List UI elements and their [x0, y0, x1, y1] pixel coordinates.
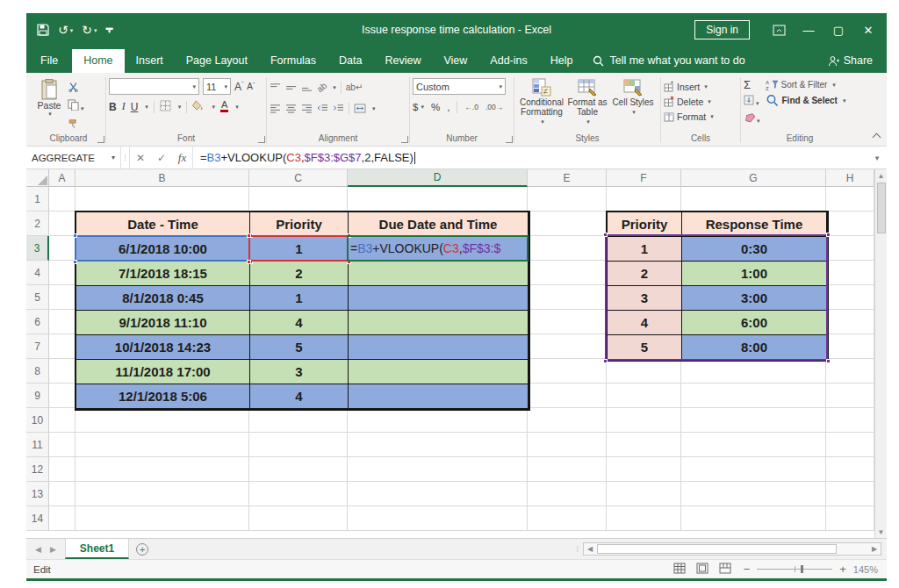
tab-review[interactable]: Review: [373, 49, 432, 73]
due-date-cell[interactable]: [349, 384, 529, 409]
cell-C13[interactable]: [249, 482, 348, 506]
insert-cells-button[interactable]: Insert▾: [664, 79, 737, 94]
cell-D10[interactable]: [348, 408, 528, 433]
cell-F11[interactable]: [607, 433, 681, 457]
sheet-nav-prev-icon[interactable]: ◀: [35, 545, 41, 554]
number-dialog-launcher[interactable]: [506, 136, 513, 143]
align-center-icon[interactable]: [285, 101, 297, 117]
cell-A14[interactable]: [49, 506, 76, 531]
redo-button[interactable]: ↻▾: [82, 24, 97, 36]
tab-page-layout[interactable]: Page Layout: [175, 49, 259, 73]
cell-C14[interactable]: [249, 506, 348, 531]
collapse-ribbon-icon[interactable]: [873, 133, 881, 142]
selection-handle[interactable]: [73, 260, 77, 264]
priority-cell[interactable]: 5: [250, 335, 349, 360]
wrap-text-icon[interactable]: ab↵: [346, 82, 363, 92]
zoom-level[interactable]: 145%: [853, 564, 878, 575]
cell-A11[interactable]: [49, 433, 76, 457]
cell-A1[interactable]: [49, 187, 76, 212]
row-header-8[interactable]: 8: [26, 359, 49, 384]
cell-B14[interactable]: [76, 506, 249, 531]
merge-center-icon[interactable]: [354, 101, 366, 117]
percent-format-button[interactable]: %: [431, 102, 440, 112]
currency-format-button[interactable]: $: [413, 102, 418, 112]
priority-cell[interactable]: 4: [250, 384, 349, 409]
scroll-down-icon[interactable]: ▼: [878, 526, 885, 538]
new-sheet-button[interactable]: +: [129, 539, 155, 559]
row-header-10[interactable]: 10: [26, 408, 49, 433]
scroll-up-icon[interactable]: ▲: [878, 169, 885, 182]
cell-H8[interactable]: [826, 359, 874, 384]
font-size-select[interactable]: 11▾: [203, 78, 231, 95]
cell-F9[interactable]: [607, 384, 681, 408]
orientation-icon[interactable]: ab: [315, 81, 329, 95]
clipboard-dialog-launcher[interactable]: [97, 136, 104, 143]
selection-handle[interactable]: [603, 233, 608, 237]
cell-H9[interactable]: [826, 384, 874, 408]
cancel-entry-icon[interactable]: ✕: [130, 147, 151, 169]
cell-F13[interactable]: [607, 482, 681, 506]
cell-A7[interactable]: [49, 334, 76, 359]
cell-H6[interactable]: [826, 310, 874, 334]
cell-H1[interactable]: [826, 187, 874, 212]
tab-help[interactable]: Help: [539, 49, 585, 73]
formula-bar-handle[interactable]: ⁞: [121, 147, 130, 169]
cut-icon[interactable]: [68, 80, 84, 96]
due-date-cell[interactable]: [349, 360, 529, 384]
row-header-2[interactable]: 2: [26, 212, 49, 236]
cell-E6[interactable]: [528, 310, 607, 334]
cell-F12[interactable]: [607, 457, 681, 482]
column-header-E[interactable]: E: [528, 169, 607, 187]
align-left-icon[interactable]: [270, 101, 281, 117]
shrink-font-icon[interactable]: Aˇ: [247, 82, 255, 91]
cell-C11[interactable]: [249, 433, 348, 457]
cell-F14[interactable]: [607, 506, 681, 531]
date-time-cell[interactable]: 12/1/2018 5:06: [76, 384, 250, 409]
cell-G1[interactable]: [681, 187, 826, 212]
selection-handle[interactable]: [826, 233, 831, 237]
tab-file[interactable]: File: [26, 49, 72, 73]
column-header-G[interactable]: G: [681, 169, 826, 187]
tab-view[interactable]: View: [432, 49, 478, 73]
fill-color-icon[interactable]: [192, 99, 205, 115]
row-header-6[interactable]: 6: [26, 310, 49, 334]
confirm-entry-icon[interactable]: ✓: [151, 147, 172, 169]
row-header-3[interactable]: 3: [26, 236, 49, 261]
cell-G8[interactable]: [681, 359, 826, 384]
grow-font-icon[interactable]: Aˆ: [234, 81, 243, 93]
priority-cell[interactable]: 3: [250, 360, 349, 384]
cell-H5[interactable]: [826, 285, 874, 310]
cell-E1[interactable]: [528, 187, 607, 212]
scrollbar-splitter[interactable]: ⁞: [576, 545, 579, 554]
date-time-cell[interactable]: 11/1/2018 17:00: [76, 360, 250, 384]
date-time-cell[interactable]: 7/1/2018 18:15: [76, 262, 250, 286]
align-middle-icon[interactable]: [285, 80, 297, 96]
name-box[interactable]: AGGREGATE▾: [26, 147, 121, 169]
autosum-button[interactable]: Σ: [744, 78, 760, 91]
cell-D12[interactable]: [348, 457, 528, 482]
tab-data[interactable]: Data: [327, 49, 373, 73]
column-header-B[interactable]: B: [76, 169, 249, 187]
row-header-14[interactable]: 14: [26, 506, 49, 531]
cell-B1[interactable]: [76, 187, 249, 212]
alignment-dialog-launcher[interactable]: [401, 136, 408, 143]
priority-cell[interactable]: 2: [250, 262, 349, 286]
cell-H7[interactable]: [826, 334, 874, 359]
format-as-table-button[interactable]: Format as Table▾: [565, 78, 610, 133]
normal-view-icon[interactable]: [673, 563, 686, 576]
font-name-select[interactable]: ▾: [109, 78, 199, 95]
selection-handle[interactable]: [826, 359, 831, 363]
cell-A12[interactable]: [49, 457, 76, 482]
row-header-1[interactable]: 1: [26, 187, 49, 212]
date-time-cell[interactable]: 8/1/2018 0:45: [76, 286, 250, 311]
share-button[interactable]: Share: [814, 49, 887, 73]
cell-H4[interactable]: [826, 261, 874, 285]
cell-G13[interactable]: [681, 482, 826, 506]
cell-F1[interactable]: [607, 187, 681, 212]
row-header-11[interactable]: 11: [26, 433, 49, 457]
decrease-decimal-icon[interactable]: .00→: [485, 103, 503, 111]
scroll-left-icon[interactable]: ◀: [584, 545, 596, 553]
cell-H2[interactable]: [826, 212, 874, 236]
cell-E12[interactable]: [528, 457, 607, 482]
cell-G11[interactable]: [681, 433, 826, 457]
